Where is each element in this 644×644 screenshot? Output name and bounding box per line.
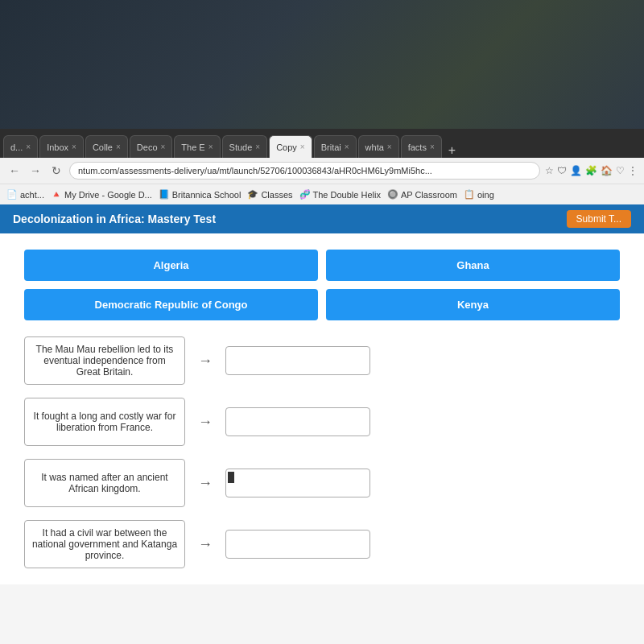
answer-btn-ghana[interactable]: Ghana bbox=[326, 250, 620, 281]
bookmark-acht[interactable]: 📄 acht... bbox=[6, 189, 44, 200]
match-row-3: It was named after an ancient African ki… bbox=[24, 459, 620, 507]
match-row-4: It had a civil war between the national … bbox=[24, 520, 620, 568]
answer-btn-algeria[interactable]: Algeria bbox=[24, 250, 318, 281]
submit-button[interactable]: Submit T... bbox=[567, 210, 631, 228]
reload-button[interactable]: ↻ bbox=[48, 163, 64, 179]
forward-button[interactable]: → bbox=[27, 163, 43, 179]
bookmark-label: The Double Helix bbox=[313, 190, 381, 200]
answer-btn-kenya[interactable]: Kenya bbox=[326, 289, 620, 320]
bookmarks-bar: 📄 acht... 🔺 My Drive - Google D... 📘 Bri… bbox=[0, 184, 644, 204]
match-prompt-3: It was named after an ancient African ki… bbox=[24, 459, 185, 507]
bookmark-drive[interactable]: 🔺 My Drive - Google D... bbox=[51, 189, 152, 200]
drive-icon: 🔺 bbox=[51, 189, 62, 200]
helix-icon: 🧬 bbox=[299, 189, 311, 200]
tab-bar: d... × Inbox × Colle × Deco × The E × St… bbox=[0, 129, 644, 158]
arrow-icon-2: → bbox=[198, 414, 213, 431]
bookmark-label: Classes bbox=[261, 190, 292, 200]
page-content: Decolonization in Africa: Mastery Test S… bbox=[0, 204, 644, 644]
bookmark-label: acht... bbox=[20, 190, 44, 200]
cursor bbox=[228, 472, 234, 483]
tab-inbox[interactable]: Inbox × bbox=[39, 135, 84, 158]
answer-btn-drc[interactable]: Democratic Republic of Congo bbox=[24, 289, 318, 320]
oing-icon: 📋 bbox=[464, 189, 475, 200]
bookmark-label: My Drive - Google D... bbox=[64, 190, 152, 200]
classes-icon: 🎓 bbox=[247, 189, 258, 200]
browser-chrome bbox=[0, 0, 644, 129]
page-title: Decolonization in Africa: Mastery Test bbox=[13, 213, 216, 225]
bookmark-icon: 📄 bbox=[6, 189, 18, 200]
page-header: Decolonization in Africa: Mastery Test S… bbox=[0, 204, 644, 233]
shield-icon: 🛡 bbox=[557, 165, 567, 176]
tab-colle[interactable]: Colle × bbox=[85, 135, 128, 158]
match-prompt-2: It fought a long and costly war for libe… bbox=[24, 398, 185, 446]
answer-options: Algeria Ghana Democratic Republic of Con… bbox=[24, 250, 620, 320]
back-button[interactable]: ← bbox=[6, 163, 23, 179]
menu-icon[interactable]: ⋮ bbox=[628, 165, 638, 176]
match-answer-2[interactable] bbox=[225, 407, 370, 436]
bookmark-doublehelix[interactable]: 🧬 The Double Helix bbox=[299, 189, 381, 200]
arrow-icon-1: → bbox=[198, 353, 213, 369]
match-answer-4[interactable] bbox=[225, 530, 370, 559]
extension-icon[interactable]: 🧩 bbox=[585, 165, 597, 176]
bookmark-britannica[interactable]: 📘 Britannica School bbox=[159, 189, 242, 200]
heart-icon[interactable]: ♡ bbox=[616, 165, 625, 176]
match-area: The Mau Mau rebellion led to its eventua… bbox=[24, 336, 620, 568]
tab-facts[interactable]: facts × bbox=[401, 135, 442, 158]
bookmark-apclassroom[interactable]: 🔘 AP Classroom bbox=[387, 189, 457, 200]
britannica-icon: 📘 bbox=[159, 189, 170, 200]
bookmark-star-icon[interactable]: ☆ bbox=[545, 165, 554, 176]
home-icon[interactable]: 🏠 bbox=[601, 165, 613, 176]
ap-icon: 🔘 bbox=[387, 189, 398, 200]
arrow-icon-3: → bbox=[198, 475, 213, 492]
tab-copy[interactable]: Copy × bbox=[269, 135, 312, 158]
match-answer-1[interactable] bbox=[225, 346, 370, 375]
match-row-2: It fought a long and costly war for libe… bbox=[24, 398, 620, 446]
bookmark-label: AP Classroom bbox=[401, 190, 457, 200]
tab-whta[interactable]: whta × bbox=[358, 135, 399, 158]
match-row-1: The Mau Mau rebellion led to its eventua… bbox=[24, 336, 620, 385]
bookmark-oing[interactable]: 📋 oing bbox=[464, 189, 494, 200]
match-prompt-1: The Mau Mau rebellion led to its eventua… bbox=[24, 336, 185, 385]
address-text: ntum.com/assessments-delivery/ua/mt/laun… bbox=[78, 166, 432, 175]
bookmark-classes[interactable]: 🎓 Classes bbox=[247, 189, 292, 200]
match-answer-3[interactable] bbox=[225, 469, 370, 497]
profile-icon[interactable]: 👤 bbox=[570, 165, 582, 176]
tab-deco[interactable]: Deco × bbox=[130, 135, 173, 158]
tab-thee[interactable]: The E × bbox=[174, 135, 220, 158]
bookmark-label: oing bbox=[477, 190, 494, 200]
address-bar-row: ← → ↻ ntum.com/assessments-delivery/ua/m… bbox=[0, 158, 644, 184]
bookmark-label: Britannica School bbox=[172, 190, 242, 200]
address-bar[interactable]: ntum.com/assessments-delivery/ua/mt/laun… bbox=[69, 162, 540, 180]
tab-stude[interactable]: Stude × bbox=[222, 135, 268, 158]
match-prompt-4: It had a civil war between the national … bbox=[24, 520, 185, 568]
tab-britai[interactable]: Britai × bbox=[314, 135, 357, 158]
tab-add-button[interactable]: + bbox=[444, 143, 460, 158]
tab-d[interactable]: d... × bbox=[3, 135, 38, 158]
quiz-area: Algeria Ghana Democratic Republic of Con… bbox=[0, 233, 644, 584]
arrow-icon-4: → bbox=[198, 536, 213, 553]
browser-action-icons: ☆ 🛡 👤 🧩 🏠 ♡ ⋮ bbox=[545, 165, 638, 176]
